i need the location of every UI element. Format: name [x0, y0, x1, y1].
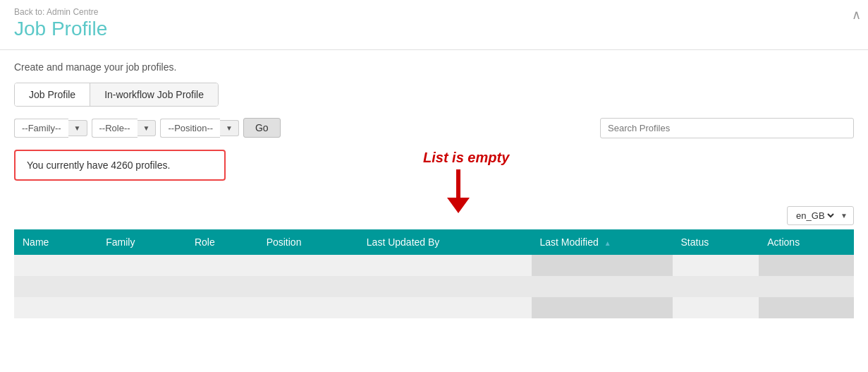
page-title: Job Profile: [14, 17, 854, 47]
profiles-count-box: You currently have 4260 profiles.: [14, 150, 226, 181]
back-link-prefix: Back to:: [14, 7, 47, 17]
empty-cell-4: [759, 255, 854, 276]
table-header: Name Family Role Position Last Updated B…: [14, 229, 854, 255]
tab-job-profile[interactable]: Job Profile: [15, 83, 90, 106]
page-subtitle: Create and manage your job profiles.: [14, 61, 854, 73]
top-bar: Back to: Admin Centre Job Profile ∧: [0, 0, 868, 50]
locale-select-wrap: en_GB en_US fr_FR de_DE ▼: [787, 206, 854, 225]
tab-in-workflow[interactable]: In-workflow Job Profile: [90, 83, 218, 106]
family-dropdown-arrow[interactable]: ▼: [68, 120, 87, 136]
go-button[interactable]: Go: [243, 118, 281, 138]
back-link-text: Admin Centre: [47, 7, 98, 17]
search-input[interactable]: [600, 118, 854, 138]
sort-icon: ▲: [604, 239, 611, 247]
back-link[interactable]: Back to: Admin Centre: [14, 7, 98, 17]
empty-cell-2: [532, 255, 673, 276]
col-actions: Actions: [759, 229, 854, 255]
tab-group: Job Profile In-workflow Job Profile: [14, 83, 219, 107]
search-wrap: [600, 118, 854, 138]
arrow-shaft: [456, 169, 460, 198]
col-position: Position: [258, 229, 358, 255]
col-family: Family: [97, 229, 186, 255]
filter-row: --Family-- ▼ --Role-- ▼ --Position-- ▼ G…: [14, 118, 854, 138]
locale-dropdown-arrow: ▼: [841, 212, 848, 220]
locale-row: en_GB en_US fr_FR de_DE ▼: [14, 206, 854, 225]
family-filter-group: --Family-- ▼: [14, 119, 87, 138]
position-dropdown-arrow[interactable]: ▼: [220, 120, 239, 136]
empty-cell-d: [759, 297, 854, 318]
role-filter-group: --Role-- ▼: [92, 119, 157, 138]
empty-cell-b: [532, 297, 673, 318]
col-status: Status: [673, 229, 759, 255]
role-dropdown-arrow[interactable]: ▼: [137, 120, 157, 136]
table-row: [14, 276, 854, 297]
col-name: Name: [14, 229, 97, 255]
position-filter-label: --Position--: [160, 119, 220, 138]
list-empty-annotation: List is empty: [296, 150, 854, 206]
table-row: [14, 255, 854, 276]
col-role: Role: [186, 229, 258, 255]
col-last-updated-by: Last Updated By: [358, 229, 532, 255]
collapse-button[interactable]: ∧: [852, 7, 861, 23]
empty-cell-a: [14, 297, 532, 318]
empty-cell-c: [673, 297, 759, 318]
empty-cell-1: [14, 255, 532, 276]
arrow-head: [447, 198, 470, 213]
table-body: [14, 255, 854, 318]
profiles-table: Name Family Role Position Last Updated B…: [14, 229, 854, 318]
family-filter-label: --Family--: [14, 119, 68, 138]
profiles-count-text: You currently have 4260 profiles.: [27, 160, 170, 171]
main-content: Create and manage your job profiles. Job…: [0, 50, 868, 330]
empty-cell-3: [673, 255, 759, 276]
locale-select[interactable]: en_GB en_US fr_FR de_DE: [793, 210, 836, 222]
position-filter-group: --Position-- ▼: [160, 119, 238, 138]
col-last-modified: Last Modified ▲: [532, 229, 673, 255]
table-row: [14, 297, 854, 318]
role-filter-label: --Role--: [92, 119, 137, 138]
empty-cell-full: [14, 276, 854, 297]
list-empty-label: List is empty: [423, 150, 509, 166]
